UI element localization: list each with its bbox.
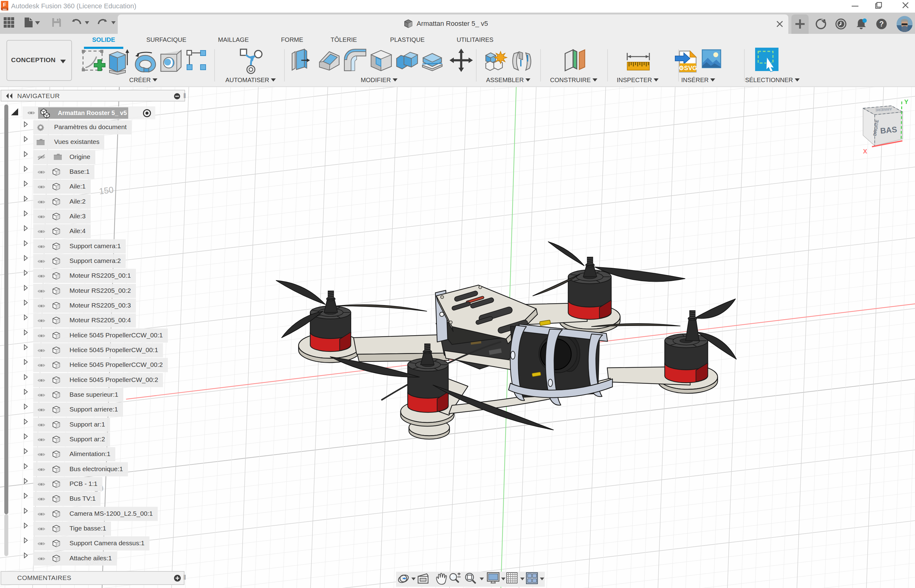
svg-text:⚙SVG: ⚙SVG [679, 65, 697, 71]
